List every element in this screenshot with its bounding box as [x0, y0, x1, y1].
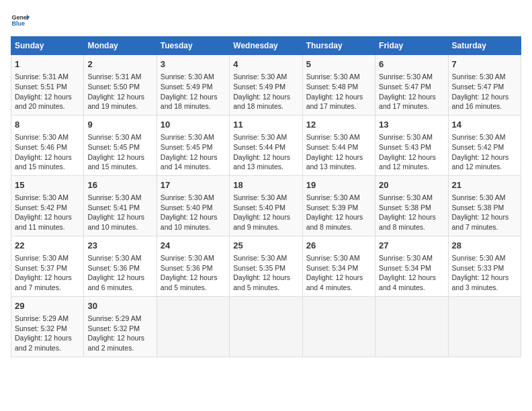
- sunrise-label: Sunrise: 5:30 AM: [379, 254, 433, 262]
- daylight-label: Daylight: 12 hours and 11 minutes.: [15, 213, 72, 231]
- sunset-label: Sunset: 5:44 PM: [306, 143, 359, 151]
- table-row: 14 Sunrise: 5:30 AM Sunset: 5:42 PM Dayl…: [448, 115, 521, 175]
- daylight-label: Daylight: 12 hours and 14 minutes.: [161, 153, 218, 171]
- daylight-label: Daylight: 12 hours and 20 minutes.: [15, 93, 72, 111]
- day-number: 7: [452, 58, 517, 71]
- sunset-label: Sunset: 5:40 PM: [161, 203, 213, 212]
- daylight-label: Daylight: 12 hours and 6 minutes.: [87, 273, 144, 291]
- sunset-label: Sunset: 5:42 PM: [452, 143, 504, 151]
- day-number: 19: [306, 179, 371, 191]
- calendar-table: Sunday Monday Tuesday Wednesday Thursday…: [11, 36, 521, 357]
- daylight-label: Daylight: 12 hours and 10 minutes.: [87, 213, 144, 231]
- daylight-label: Daylight: 12 hours and 5 minutes.: [233, 273, 290, 291]
- col-thursday: Thursday: [302, 37, 375, 55]
- col-wednesday: Wednesday: [230, 37, 302, 55]
- calendar-week-row: 29 Sunrise: 5:29 AM Sunset: 5:32 PM Dayl…: [11, 296, 521, 357]
- day-number: 27: [379, 240, 444, 252]
- day-number: 21: [452, 179, 517, 191]
- calendar-week-row: 1 Sunrise: 5:31 AM Sunset: 5:51 PM Dayli…: [11, 55, 521, 116]
- daylight-label: Daylight: 12 hours and 10 minutes.: [161, 213, 218, 231]
- daylight-label: Daylight: 12 hours and 18 minutes.: [161, 93, 218, 111]
- sunrise-label: Sunrise: 5:30 AM: [161, 193, 214, 201]
- day-number: 8: [15, 119, 80, 131]
- day-number: 22: [15, 240, 80, 252]
- sunrise-label: Sunrise: 5:30 AM: [379, 193, 433, 201]
- daylight-label: Daylight: 12 hours and 18 minutes.: [233, 93, 290, 111]
- day-number: 1: [15, 58, 80, 71]
- daylight-label: Daylight: 12 hours and 7 minutes.: [15, 273, 72, 291]
- sunrise-label: Sunrise: 5:30 AM: [161, 133, 214, 141]
- sunset-label: Sunset: 5:40 PM: [233, 203, 285, 212]
- sunset-label: Sunset: 5:49 PM: [233, 83, 285, 91]
- daylight-label: Daylight: 12 hours and 13 minutes.: [233, 153, 290, 171]
- sunset-label: Sunset: 5:38 PM: [379, 203, 431, 212]
- day-number: 29: [15, 300, 80, 312]
- col-saturday: Saturday: [448, 37, 521, 55]
- day-number: 17: [161, 179, 226, 191]
- sunset-label: Sunset: 5:48 PM: [306, 83, 359, 91]
- daylight-label: Daylight: 12 hours and 3 minutes.: [452, 273, 509, 291]
- day-number: 10: [161, 119, 226, 131]
- table-row: 8 Sunrise: 5:30 AM Sunset: 5:46 PM Dayli…: [11, 115, 84, 175]
- table-row: 5 Sunrise: 5:30 AM Sunset: 5:48 PM Dayli…: [302, 55, 375, 116]
- sunset-label: Sunset: 5:33 PM: [452, 264, 504, 272]
- daylight-label: Daylight: 12 hours and 2 minutes.: [87, 334, 144, 352]
- table-row: 25 Sunrise: 5:30 AM Sunset: 5:35 PM Dayl…: [230, 236, 302, 296]
- sunset-label: Sunset: 5:47 PM: [452, 83, 504, 91]
- sunrise-label: Sunrise: 5:30 AM: [15, 254, 69, 262]
- table-row: 11 Sunrise: 5:30 AM Sunset: 5:44 PM Dayl…: [230, 115, 302, 175]
- daylight-label: Daylight: 12 hours and 15 minutes.: [15, 153, 72, 171]
- sunset-label: Sunset: 5:41 PM: [87, 203, 140, 212]
- table-row: 28 Sunrise: 5:30 AM Sunset: 5:33 PM Dayl…: [448, 236, 521, 296]
- table-row: 18 Sunrise: 5:30 AM Sunset: 5:40 PM Dayl…: [230, 175, 302, 236]
- sunset-label: Sunset: 5:39 PM: [306, 203, 359, 212]
- sunrise-label: Sunrise: 5:30 AM: [87, 193, 141, 201]
- sunset-label: Sunset: 5:34 PM: [306, 264, 359, 272]
- table-row: 27 Sunrise: 5:30 AM Sunset: 5:34 PM Dayl…: [375, 236, 448, 296]
- sunrise-label: Sunrise: 5:30 AM: [306, 254, 360, 262]
- sunset-label: Sunset: 5:51 PM: [15, 83, 67, 91]
- daylight-label: Daylight: 12 hours and 17 minutes.: [379, 93, 436, 111]
- daylight-label: Daylight: 12 hours and 8 minutes.: [379, 213, 436, 231]
- daylight-label: Daylight: 12 hours and 12 minutes.: [452, 153, 509, 171]
- day-number: 18: [233, 179, 298, 191]
- table-row: 24 Sunrise: 5:30 AM Sunset: 5:36 PM Dayl…: [157, 236, 229, 296]
- daylight-label: Daylight: 12 hours and 16 minutes.: [452, 93, 509, 111]
- sunrise-label: Sunrise: 5:30 AM: [15, 133, 69, 141]
- day-number: 26: [306, 240, 371, 252]
- daylight-label: Daylight: 12 hours and 12 minutes.: [379, 153, 436, 171]
- sunrise-label: Sunrise: 5:30 AM: [233, 73, 287, 81]
- sunset-label: Sunset: 5:45 PM: [87, 143, 140, 151]
- sunset-label: Sunset: 5:50 PM: [87, 83, 140, 91]
- day-number: 13: [379, 119, 444, 131]
- table-row: 29 Sunrise: 5:29 AM Sunset: 5:32 PM Dayl…: [11, 296, 84, 357]
- sunset-label: Sunset: 5:43 PM: [379, 143, 431, 151]
- sunset-label: Sunset: 5:32 PM: [87, 324, 140, 332]
- sunset-label: Sunset: 5:37 PM: [15, 264, 67, 272]
- day-number: 3: [161, 58, 226, 71]
- sunset-label: Sunset: 5:42 PM: [15, 203, 67, 212]
- day-number: 11: [233, 119, 298, 131]
- day-number: 14: [452, 119, 517, 131]
- day-number: 30: [87, 300, 152, 312]
- day-number: 20: [379, 179, 444, 191]
- day-number: 15: [15, 179, 80, 191]
- calendar-week-row: 22 Sunrise: 5:30 AM Sunset: 5:37 PM Dayl…: [11, 236, 521, 296]
- table-row: 26 Sunrise: 5:30 AM Sunset: 5:34 PM Dayl…: [302, 236, 375, 296]
- empty-cell: [302, 296, 375, 357]
- daylight-label: Daylight: 12 hours and 8 minutes.: [306, 213, 363, 231]
- table-row: 10 Sunrise: 5:30 AM Sunset: 5:45 PM Dayl…: [157, 115, 229, 175]
- sunrise-label: Sunrise: 5:30 AM: [161, 254, 214, 262]
- sunrise-label: Sunrise: 5:30 AM: [306, 133, 360, 141]
- sunrise-label: Sunrise: 5:30 AM: [452, 133, 506, 141]
- table-row: 12 Sunrise: 5:30 AM Sunset: 5:44 PM Dayl…: [302, 115, 375, 175]
- sunrise-label: Sunrise: 5:30 AM: [379, 73, 433, 81]
- day-number: 2: [87, 58, 152, 71]
- daylight-label: Daylight: 12 hours and 15 minutes.: [87, 153, 144, 171]
- sunrise-label: Sunrise: 5:30 AM: [306, 73, 360, 81]
- sunset-label: Sunset: 5:44 PM: [233, 143, 285, 151]
- table-row: 22 Sunrise: 5:30 AM Sunset: 5:37 PM Dayl…: [11, 236, 84, 296]
- sunset-label: Sunset: 5:36 PM: [87, 264, 140, 272]
- table-row: 20 Sunrise: 5:30 AM Sunset: 5:38 PM Dayl…: [375, 175, 448, 236]
- sunrise-label: Sunrise: 5:30 AM: [161, 73, 214, 81]
